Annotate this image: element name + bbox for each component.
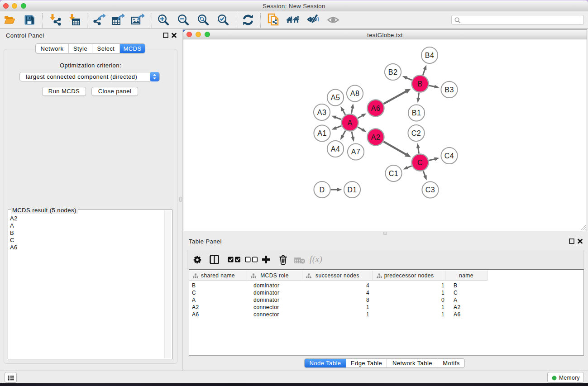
- svg-text:A2: A2: [371, 133, 380, 141]
- svg-text:A8: A8: [350, 90, 359, 97]
- svg-text:A6: A6: [371, 105, 380, 112]
- svg-text:C2: C2: [411, 129, 421, 137]
- svg-text:A7: A7: [351, 148, 360, 156]
- svg-text:A4: A4: [331, 145, 340, 153]
- svg-text:A5: A5: [331, 94, 340, 101]
- svg-text:C3: C3: [425, 186, 435, 194]
- svg-text:B: B: [417, 80, 422, 88]
- svg-text:B4: B4: [425, 52, 434, 59]
- svg-text:A3: A3: [317, 109, 326, 116]
- svg-text:B2: B2: [388, 68, 397, 76]
- svg-text:D: D: [320, 186, 325, 194]
- svg-text:A1: A1: [317, 129, 326, 137]
- svg-text:B1: B1: [412, 109, 421, 117]
- svg-text:C: C: [417, 159, 423, 167]
- svg-text:B3: B3: [445, 86, 454, 94]
- svg-text:A: A: [347, 119, 352, 127]
- svg-text:C4: C4: [445, 152, 454, 160]
- svg-text:D1: D1: [347, 186, 357, 194]
- svg-text:C1: C1: [389, 170, 398, 177]
